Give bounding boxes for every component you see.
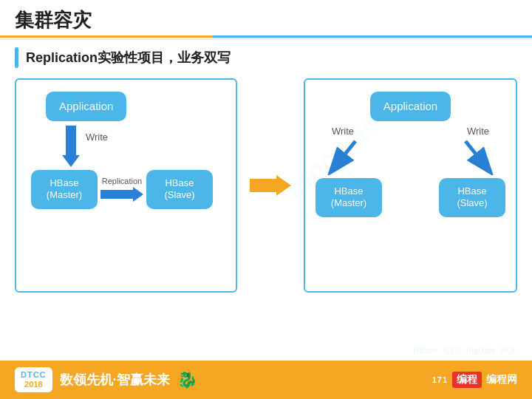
right-bottom-nodes: HBase (Master) HBase (Slave) xyxy=(316,178,505,218)
left-write-label: Write xyxy=(86,132,108,143)
right-app-row: Application xyxy=(370,92,451,121)
right-write-left-label: Write xyxy=(332,126,354,137)
left-hbase-slave: HBase (Slave) xyxy=(146,170,213,210)
diagonal-arrow-left xyxy=(323,138,363,175)
subtitle-bar: Replication实验性项目，业务双写 xyxy=(0,40,532,74)
right-write-right-branch: Write xyxy=(458,126,498,175)
dtcc-year: 2018 xyxy=(24,380,42,389)
footer-logo-text: 编程网 xyxy=(486,373,517,386)
right-write-left-branch: Write xyxy=(323,126,363,175)
footer-emoji: 🐉 xyxy=(177,370,197,389)
diagonal-arrow-right xyxy=(458,138,498,175)
left-app-node: Application xyxy=(46,92,126,121)
subtitle-text: Replication实验性项目，业务双写 xyxy=(26,49,231,66)
footer-logo-icon: 编程 xyxy=(452,372,482,388)
dtcc-label: DTCC xyxy=(21,370,47,380)
left-diagram: Application Write HBase (Master) Replica… xyxy=(15,78,237,293)
footer-right: 171 编程 编程网 xyxy=(432,372,517,388)
tech-background-icons: HBase CSS BigData SQL xyxy=(413,346,517,355)
footer-slogan: 数领先机·智赢未来 xyxy=(60,371,170,389)
footer: DTCC 2018 数领先机·智赢未来 🐉 171 编程 编程网 xyxy=(0,361,532,399)
main-content: Application Write HBase (Master) Replica… xyxy=(0,74,532,297)
left-write-arrow xyxy=(62,126,80,167)
right-diagram: Application Write Write xyxy=(304,78,517,293)
left-hbase-master: HBase (Master) xyxy=(31,170,98,210)
footer-left: DTCC 2018 数领先机·智赢未来 🐉 xyxy=(15,367,197,392)
header: 集群容灾 xyxy=(0,0,532,40)
replication-arrow: Replication xyxy=(100,177,143,202)
page-title: 集群容灾 xyxy=(15,9,92,31)
svg-line-0 xyxy=(332,141,355,171)
transition-arrow xyxy=(252,78,289,293)
replication-label: Replication xyxy=(102,177,142,185)
right-hbase-slave: HBase (Slave) xyxy=(439,178,505,218)
dtcc-badge: DTCC 2018 xyxy=(15,367,52,392)
footer-logo-prefix: 171 xyxy=(432,375,448,384)
right-write-right-label: Write xyxy=(467,126,489,137)
subtitle-accent xyxy=(15,47,18,68)
right-hbase-master: HBase (Master) xyxy=(316,178,382,218)
svg-line-1 xyxy=(466,141,489,171)
right-app-node: Application xyxy=(370,92,451,121)
